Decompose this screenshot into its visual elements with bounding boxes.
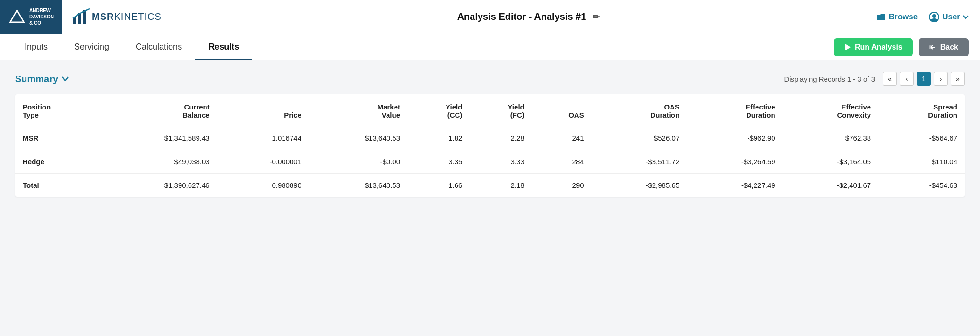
back-icon <box>929 43 937 51</box>
tab-servicing[interactable]: Servicing <box>61 34 122 60</box>
pagination-last-button[interactable]: » <box>951 72 965 86</box>
cell-position_type: MSR <box>15 126 99 150</box>
results-table-container: Position Type Current Balance Pri <box>15 94 965 197</box>
pagination-area: Displaying Records 1 - 3 of 3 « ‹ 1 › » <box>784 72 965 86</box>
cell-yield_fc: 2.28 <box>470 126 532 150</box>
cell-yield_fc: 3.33 <box>470 150 532 174</box>
svg-marker-7 <box>845 44 851 50</box>
cell-position_type: Total <box>15 174 99 197</box>
cell-market_value: -$0.00 <box>309 150 408 174</box>
pagination-prev-button[interactable]: ‹ <box>900 72 914 86</box>
col-header-market-value: Market Value <box>309 94 408 126</box>
main-content: Summary Displaying Records 1 - 3 of 3 « … <box>0 60 980 208</box>
cell-oas_duration: -$3,511.72 <box>592 150 687 174</box>
user-button[interactable]: User <box>929 12 969 22</box>
cell-spread_duration: -$454.63 <box>878 174 965 197</box>
brand-name: MSRKINETICS <box>92 11 162 22</box>
pagination-next-button[interactable]: › <box>934 72 948 86</box>
cell-effective_duration: -$4,227.49 <box>687 174 782 197</box>
results-table: Position Type Current Balance Pri <box>15 94 965 197</box>
cell-oas: 241 <box>532 126 592 150</box>
table-body: MSR$1,341,589.431.016744$13,640.531.822.… <box>15 126 965 197</box>
cell-current_balance: $49,038.03 <box>99 150 217 174</box>
cell-current_balance: $1,341,589.43 <box>99 126 217 150</box>
browse-button[interactable]: Browse <box>877 12 918 22</box>
cell-market_value: $13,640.53 <box>309 174 408 197</box>
cell-effective_convexity: -$2,401.67 <box>783 174 878 197</box>
col-header-oas-duration: OAS Duration <box>592 94 687 126</box>
cell-price: 0.980890 <box>217 174 309 197</box>
col-header-spread-duration: Spread Duration <box>878 94 965 126</box>
back-button[interactable]: Back <box>919 38 969 56</box>
tab-calculations[interactable]: Calculations <box>122 34 195 60</box>
table-row: Hedge$49,038.03-0.000001-$0.003.353.3328… <box>15 150 965 174</box>
cell-yield_cc: 1.82 <box>408 126 470 150</box>
col-header-yield-cc: Yield (CC) <box>408 94 470 126</box>
tab-results[interactable]: Results <box>195 34 252 60</box>
pagination-page-1-button[interactable]: 1 <box>917 72 931 86</box>
table-row: MSR$1,341,589.431.016744$13,640.531.822.… <box>15 126 965 150</box>
chevron-down-icon <box>963 15 969 19</box>
cell-oas: 290 <box>532 174 592 197</box>
col-header-current-balance: Current Balance <box>99 94 217 126</box>
summary-bar: Summary Displaying Records 1 - 3 of 3 « … <box>15 72 965 86</box>
cell-current_balance: $1,390,627.46 <box>99 174 217 197</box>
cell-oas: 284 <box>532 150 592 174</box>
cell-spread_duration: -$564.67 <box>878 126 965 150</box>
nav-tabs-left: Inputs Servicing Calculations Results <box>11 34 252 60</box>
col-header-position-type: Position Type <box>15 94 99 126</box>
edit-icon[interactable]: ✏ <box>593 12 600 22</box>
cell-oas_duration: -$2,985.65 <box>592 174 687 197</box>
pagination-info: Displaying Records 1 - 3 of 3 <box>784 75 875 83</box>
nav-tabs: Inputs Servicing Calculations Results Ru… <box>0 34 980 60</box>
svg-rect-8 <box>929 45 932 49</box>
pagination-first-button[interactable]: « <box>883 72 897 86</box>
user-icon <box>929 12 939 22</box>
cell-position_type: Hedge <box>15 150 99 174</box>
cell-yield_cc: 3.35 <box>408 150 470 174</box>
nav-tabs-right: Run Analysis Back <box>834 38 969 56</box>
cell-oas_duration: $526.07 <box>592 126 687 150</box>
cell-price: 1.016744 <box>217 126 309 150</box>
run-analysis-button[interactable]: Run Analysis <box>834 38 913 56</box>
play-icon <box>844 43 851 51</box>
header-title: Analysis Editor - Analysis #1 ✏ <box>181 11 877 22</box>
col-header-effective-convexity: Effective Convexity <box>783 94 878 126</box>
table-header-row: Position Type Current Balance Pri <box>15 94 965 126</box>
cell-price: -0.000001 <box>217 150 309 174</box>
header: ANDREW DAVIDSON & CO MSRKINETICS Analysi… <box>0 0 980 34</box>
cell-yield_cc: 1.66 <box>408 174 470 197</box>
company-name: ANDREW DAVIDSON & CO <box>29 8 54 26</box>
brand-chart-icon <box>72 8 90 26</box>
cell-yield_fc: 2.18 <box>470 174 532 197</box>
folder-icon <box>877 13 886 21</box>
cell-market_value: $13,640.53 <box>309 126 408 150</box>
cell-effective_duration: -$3,264.59 <box>687 150 782 174</box>
cell-spread_duration: $110.04 <box>878 150 965 174</box>
logo-block: ANDREW DAVIDSON & CO <box>0 0 62 34</box>
table-row: Total$1,390,627.460.980890$13,640.531.66… <box>15 174 965 197</box>
summary-chevron-icon <box>62 76 69 81</box>
brand-block: MSRKINETICS <box>72 8 162 26</box>
col-header-yield-fc: Yield (FC) <box>470 94 532 126</box>
col-header-oas: OAS <box>532 94 592 126</box>
header-right: Browse User <box>877 12 969 22</box>
cell-effective_duration: -$962.90 <box>687 126 782 150</box>
cell-effective_convexity: -$3,164.05 <box>783 150 878 174</box>
col-header-effective-duration: Effective Duration <box>687 94 782 126</box>
col-header-price: Price <box>217 94 309 126</box>
tab-inputs[interactable]: Inputs <box>11 34 61 60</box>
svg-point-6 <box>932 14 936 18</box>
company-logo-icon <box>9 8 26 25</box>
summary-section-label[interactable]: Summary <box>15 74 69 84</box>
cell-effective_convexity: $762.38 <box>783 126 878 150</box>
